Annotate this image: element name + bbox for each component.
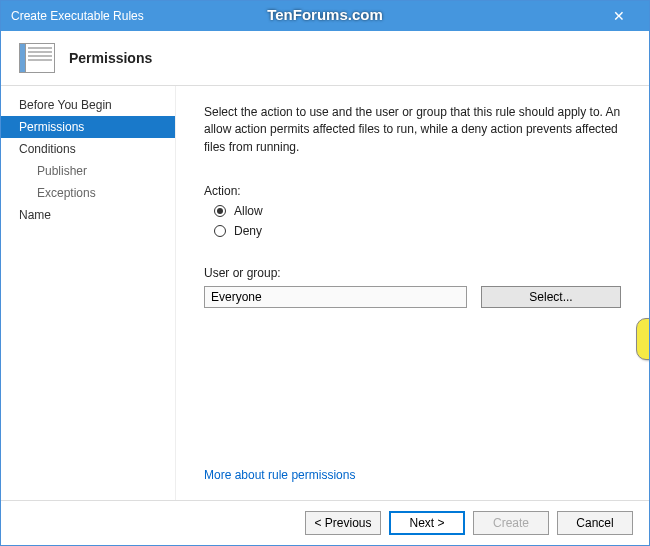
create-button: Create xyxy=(473,511,549,535)
select-button[interactable]: Select... xyxy=(481,286,621,308)
user-group-input[interactable] xyxy=(204,286,467,308)
previous-button[interactable]: < Previous xyxy=(305,511,381,535)
sidebar-item-conditions[interactable]: Conditions xyxy=(1,138,175,160)
user-group-label: User or group: xyxy=(204,266,621,280)
callout-annotation: Click on xyxy=(636,318,649,360)
window-title: Create Executable Rules xyxy=(11,9,599,23)
sidebar-item-exceptions[interactable]: Exceptions xyxy=(1,182,175,204)
radio-allow-label: Allow xyxy=(234,204,263,218)
wizard-header: Permissions xyxy=(1,31,649,86)
radio-deny[interactable]: Deny xyxy=(214,224,621,238)
radio-deny-label: Deny xyxy=(234,224,262,238)
action-radio-group: Allow Deny xyxy=(214,204,621,244)
sidebar-item-name[interactable]: Name xyxy=(1,204,175,226)
wizard-footer: < Previous Next > Create Cancel xyxy=(1,500,649,545)
instruction-text: Select the action to use and the user or… xyxy=(204,104,621,156)
sidebar: Before You Begin Permissions Conditions … xyxy=(1,86,176,500)
wizard-window: Create Executable Rules ✕ Permissions Be… xyxy=(0,0,650,546)
permissions-icon xyxy=(19,43,55,73)
action-label: Action: xyxy=(204,184,621,198)
wizard-body: Before You Begin Permissions Conditions … xyxy=(1,86,649,500)
content-pane: Select the action to use and the user or… xyxy=(176,86,649,500)
user-group-row: Select... xyxy=(204,286,621,308)
sidebar-item-permissions[interactable]: Permissions xyxy=(1,116,175,138)
close-icon[interactable]: ✕ xyxy=(599,8,639,24)
sidebar-item-before-you-begin[interactable]: Before You Begin xyxy=(1,94,175,116)
cancel-button[interactable]: Cancel xyxy=(557,511,633,535)
radio-allow[interactable]: Allow xyxy=(214,204,621,218)
titlebar: Create Executable Rules ✕ xyxy=(1,1,649,31)
sidebar-item-publisher[interactable]: Publisher xyxy=(1,160,175,182)
page-title: Permissions xyxy=(69,50,152,66)
radio-icon xyxy=(214,225,226,237)
more-link[interactable]: More about rule permissions xyxy=(204,468,621,482)
radio-icon xyxy=(214,205,226,217)
next-button[interactable]: Next > xyxy=(389,511,465,535)
